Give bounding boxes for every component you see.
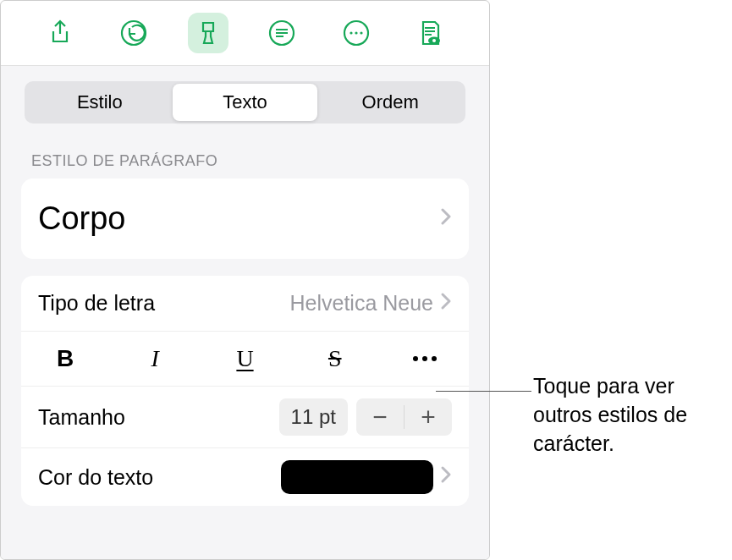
paragraph-style-card: Corpo <box>21 178 469 259</box>
chevron-right-icon <box>440 207 452 231</box>
text-color-row[interactable]: Cor do texto <box>21 447 469 506</box>
view-button[interactable] <box>410 13 450 53</box>
more-icon <box>342 19 371 47</box>
size-increase-button[interactable]: + <box>405 398 452 436</box>
svg-point-3 <box>349 31 352 34</box>
list-icon <box>267 19 296 47</box>
share-button[interactable] <box>40 13 80 53</box>
callout-text: Toque para ver outros estilos de carácte… <box>533 372 728 458</box>
font-value: Helvetica Neue <box>289 291 433 316</box>
callout-leader-line <box>436 391 531 392</box>
size-value-box[interactable]: 11 pt <box>279 398 348 436</box>
chevron-right-icon <box>440 292 452 316</box>
svg-point-7 <box>432 39 436 42</box>
brush-icon <box>195 19 222 47</box>
chevron-right-icon <box>440 465 452 489</box>
top-toolbar <box>1 1 489 66</box>
paragraph-style-value: Corpo <box>38 200 440 237</box>
format-panel: Estilo Texto Ordem ESTILO DE PARÁGRAFO C… <box>0 0 490 560</box>
size-label: Tamanho <box>38 405 279 430</box>
undo-icon <box>119 19 148 47</box>
font-card: Tipo de letra Helvetica Neue B I U S Tam <box>21 276 469 506</box>
more-styles-button[interactable] <box>401 342 449 376</box>
paragraph-style-row[interactable]: Corpo <box>21 178 469 259</box>
share-icon <box>47 19 74 47</box>
text-style-buttons: B I U S <box>21 331 469 386</box>
text-color-label: Cor do texto <box>38 465 281 490</box>
font-row[interactable]: Tipo de letra Helvetica Neue <box>21 276 469 331</box>
strikethrough-button[interactable]: S <box>311 342 359 376</box>
paragraph-style-header: ESTILO DE PARÁGRAFO <box>31 152 459 170</box>
underline-button[interactable]: U <box>222 342 269 376</box>
bold-button[interactable]: B <box>41 342 89 376</box>
italic-button[interactable]: I <box>131 342 179 376</box>
tab-order[interactable]: Ordem <box>317 84 463 121</box>
font-label: Tipo de letra <box>38 291 289 316</box>
undo-button[interactable] <box>113 13 154 53</box>
size-decrease-button[interactable]: − <box>356 398 404 436</box>
ellipsis-icon <box>413 356 437 361</box>
insert-button[interactable] <box>261 13 302 53</box>
format-button[interactable] <box>188 13 228 53</box>
svg-point-4 <box>355 31 357 34</box>
more-button[interactable] <box>336 13 377 53</box>
tab-style[interactable]: Estilo <box>27 84 173 121</box>
color-swatch <box>281 460 433 494</box>
document-view-icon <box>416 19 443 47</box>
panel-content: Estilo Texto Ordem ESTILO DE PARÁGRAFO C… <box>1 66 489 559</box>
svg-point-5 <box>360 31 362 34</box>
segmented-control: Estilo Texto Ordem <box>25 81 465 124</box>
size-stepper: − + <box>356 398 452 436</box>
size-row: Tamanho 11 pt − + <box>21 386 469 447</box>
tab-text[interactable]: Texto <box>173 84 318 121</box>
